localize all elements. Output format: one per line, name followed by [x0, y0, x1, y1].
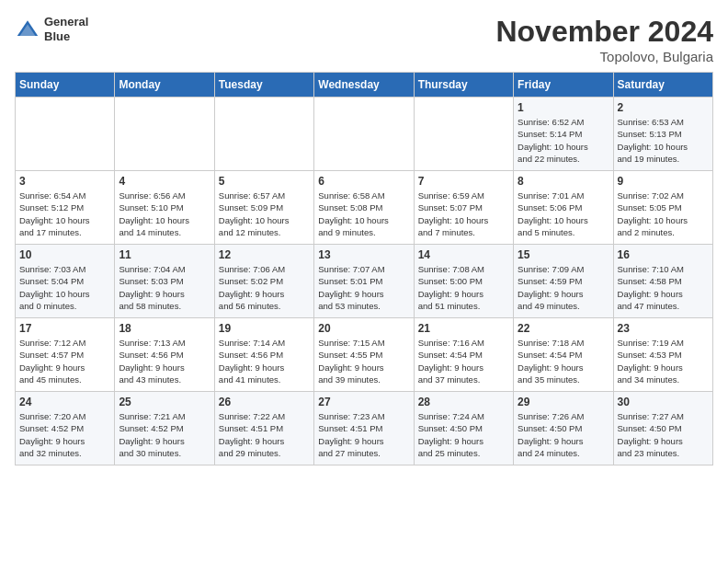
day-number: 16	[618, 248, 709, 261]
calendar-week-row: 17Sunrise: 7:12 AM Sunset: 4:57 PM Dayli…	[16, 318, 713, 392]
calendar-cell: 18Sunrise: 7:13 AM Sunset: 4:56 PM Dayli…	[115, 318, 214, 392]
day-info: Sunrise: 7:12 AM Sunset: 4:57 PM Dayligh…	[19, 337, 110, 385]
day-number: 30	[618, 396, 709, 408]
calendar-week-row: 10Sunrise: 7:03 AM Sunset: 5:04 PM Dayli…	[16, 245, 713, 318]
day-number: 12	[219, 248, 310, 261]
calendar-cell: 3Sunrise: 6:54 AM Sunset: 5:12 PM Daylig…	[16, 171, 115, 245]
weekday-header: Saturday	[613, 73, 712, 98]
logo-icon	[15, 17, 40, 42]
day-info: Sunrise: 7:07 AM Sunset: 5:01 PM Dayligh…	[318, 263, 409, 312]
calendar-cell: 8Sunrise: 7:01 AM Sunset: 5:06 PM Daylig…	[514, 171, 613, 245]
day-info: Sunrise: 7:02 AM Sunset: 5:05 PM Dayligh…	[618, 190, 709, 238]
day-number: 20	[318, 322, 409, 335]
day-number: 22	[518, 322, 609, 335]
calendar-cell: 15Sunrise: 7:09 AM Sunset: 4:59 PM Dayli…	[514, 245, 613, 318]
day-info: Sunrise: 7:23 AM Sunset: 4:51 PM Dayligh…	[318, 410, 409, 459]
logo-line1: General	[44, 15, 88, 29]
day-info: Sunrise: 7:24 AM Sunset: 4:50 PM Dayligh…	[418, 410, 509, 459]
day-info: Sunrise: 6:57 AM Sunset: 5:09 PM Dayligh…	[219, 190, 310, 238]
day-info: Sunrise: 6:54 AM Sunset: 5:12 PM Dayligh…	[19, 190, 110, 238]
logo: General Blue	[15, 15, 88, 43]
calendar-table: SundayMondayTuesdayWednesdayThursdayFrid…	[15, 72, 713, 465]
day-number: 2	[618, 101, 709, 114]
weekday-header: Sunday	[16, 73, 115, 98]
day-info: Sunrise: 6:53 AM Sunset: 5:13 PM Dayligh…	[618, 116, 709, 165]
logo-text: General Blue	[44, 15, 88, 43]
day-number: 10	[19, 248, 110, 261]
location: Topolovo, Bulgaria	[495, 49, 713, 64]
day-info: Sunrise: 7:18 AM Sunset: 4:54 PM Dayligh…	[518, 337, 609, 385]
day-info: Sunrise: 6:56 AM Sunset: 5:10 PM Dayligh…	[119, 190, 210, 238]
calendar-cell: 19Sunrise: 7:14 AM Sunset: 4:56 PM Dayli…	[214, 318, 313, 392]
page-header: General Blue November 2024 Topolovo, Bul…	[15, 15, 713, 64]
calendar-cell: 13Sunrise: 7:07 AM Sunset: 5:01 PM Dayli…	[314, 245, 414, 318]
calendar-cell	[16, 98, 115, 171]
day-info: Sunrise: 7:08 AM Sunset: 5:00 PM Dayligh…	[418, 263, 509, 312]
day-number: 4	[119, 175, 210, 188]
day-number: 1	[518, 101, 609, 114]
weekday-header: Wednesday	[314, 73, 414, 98]
day-info: Sunrise: 7:20 AM Sunset: 4:52 PM Dayligh…	[19, 410, 110, 459]
day-number: 5	[219, 175, 310, 188]
day-number: 14	[418, 248, 509, 261]
day-number: 28	[418, 396, 509, 408]
day-number: 11	[119, 248, 210, 261]
day-number: 17	[19, 322, 110, 335]
day-info: Sunrise: 7:10 AM Sunset: 4:58 PM Dayligh…	[618, 263, 709, 312]
day-info: Sunrise: 7:01 AM Sunset: 5:06 PM Dayligh…	[518, 190, 609, 238]
day-number: 19	[219, 322, 310, 335]
calendar-cell: 28Sunrise: 7:24 AM Sunset: 4:50 PM Dayli…	[414, 392, 513, 465]
day-info: Sunrise: 7:22 AM Sunset: 4:51 PM Dayligh…	[219, 410, 310, 459]
calendar-cell: 22Sunrise: 7:18 AM Sunset: 4:54 PM Dayli…	[514, 318, 613, 392]
day-number: 15	[518, 248, 609, 261]
day-info: Sunrise: 6:58 AM Sunset: 5:08 PM Dayligh…	[318, 190, 409, 238]
title-block: November 2024 Topolovo, Bulgaria	[495, 15, 713, 64]
day-info: Sunrise: 7:21 AM Sunset: 4:52 PM Dayligh…	[119, 410, 210, 459]
calendar-cell: 25Sunrise: 7:21 AM Sunset: 4:52 PM Dayli…	[115, 392, 214, 465]
calendar-cell	[314, 98, 414, 171]
calendar-cell: 11Sunrise: 7:04 AM Sunset: 5:03 PM Dayli…	[115, 245, 214, 318]
day-info: Sunrise: 7:04 AM Sunset: 5:03 PM Dayligh…	[119, 263, 210, 312]
day-info: Sunrise: 7:13 AM Sunset: 4:56 PM Dayligh…	[119, 337, 210, 385]
day-info: Sunrise: 7:16 AM Sunset: 4:54 PM Dayligh…	[418, 337, 509, 385]
calendar-cell	[115, 98, 214, 171]
day-number: 13	[318, 248, 409, 261]
day-number: 25	[119, 396, 210, 408]
calendar-cell: 5Sunrise: 6:57 AM Sunset: 5:09 PM Daylig…	[214, 171, 313, 245]
calendar-cell: 17Sunrise: 7:12 AM Sunset: 4:57 PM Dayli…	[16, 318, 115, 392]
calendar-cell	[214, 98, 313, 171]
day-info: Sunrise: 6:59 AM Sunset: 5:07 PM Dayligh…	[418, 190, 509, 238]
calendar-cell: 20Sunrise: 7:15 AM Sunset: 4:55 PM Dayli…	[314, 318, 414, 392]
calendar-cell	[414, 98, 513, 171]
day-number: 27	[318, 396, 409, 408]
day-number: 23	[618, 322, 709, 335]
calendar-cell: 30Sunrise: 7:27 AM Sunset: 4:50 PM Dayli…	[613, 392, 712, 465]
calendar-cell: 14Sunrise: 7:08 AM Sunset: 5:00 PM Dayli…	[414, 245, 513, 318]
calendar-cell: 4Sunrise: 6:56 AM Sunset: 5:10 PM Daylig…	[115, 171, 214, 245]
calendar-body: 1Sunrise: 6:52 AM Sunset: 5:14 PM Daylig…	[16, 98, 713, 465]
day-info: Sunrise: 7:19 AM Sunset: 4:53 PM Dayligh…	[618, 337, 709, 385]
calendar-cell: 1Sunrise: 6:52 AM Sunset: 5:14 PM Daylig…	[514, 98, 613, 171]
day-number: 29	[518, 396, 609, 408]
calendar-cell: 27Sunrise: 7:23 AM Sunset: 4:51 PM Dayli…	[314, 392, 414, 465]
calendar-cell: 12Sunrise: 7:06 AM Sunset: 5:02 PM Dayli…	[214, 245, 313, 318]
day-info: Sunrise: 7:03 AM Sunset: 5:04 PM Dayligh…	[19, 263, 110, 312]
day-number: 18	[119, 322, 210, 335]
day-info: Sunrise: 7:14 AM Sunset: 4:56 PM Dayligh…	[219, 337, 310, 385]
calendar-week-row: 3Sunrise: 6:54 AM Sunset: 5:12 PM Daylig…	[16, 171, 713, 245]
weekday-header: Thursday	[414, 73, 513, 98]
calendar-cell: 7Sunrise: 6:59 AM Sunset: 5:07 PM Daylig…	[414, 171, 513, 245]
day-info: Sunrise: 7:15 AM Sunset: 4:55 PM Dayligh…	[318, 337, 409, 385]
calendar-week-row: 1Sunrise: 6:52 AM Sunset: 5:14 PM Daylig…	[16, 98, 713, 171]
calendar-cell: 24Sunrise: 7:20 AM Sunset: 4:52 PM Dayli…	[16, 392, 115, 465]
logo-line2: Blue	[44, 29, 88, 44]
day-info: Sunrise: 6:52 AM Sunset: 5:14 PM Dayligh…	[518, 116, 609, 165]
calendar-cell: 10Sunrise: 7:03 AM Sunset: 5:04 PM Dayli…	[16, 245, 115, 318]
day-info: Sunrise: 7:27 AM Sunset: 4:50 PM Dayligh…	[618, 410, 709, 459]
calendar-cell: 23Sunrise: 7:19 AM Sunset: 4:53 PM Dayli…	[613, 318, 712, 392]
calendar-cell: 29Sunrise: 7:26 AM Sunset: 4:50 PM Dayli…	[514, 392, 613, 465]
day-number: 9	[618, 175, 709, 188]
calendar-cell: 21Sunrise: 7:16 AM Sunset: 4:54 PM Dayli…	[414, 318, 513, 392]
calendar-cell: 2Sunrise: 6:53 AM Sunset: 5:13 PM Daylig…	[613, 98, 712, 171]
day-info: Sunrise: 7:09 AM Sunset: 4:59 PM Dayligh…	[518, 263, 609, 312]
